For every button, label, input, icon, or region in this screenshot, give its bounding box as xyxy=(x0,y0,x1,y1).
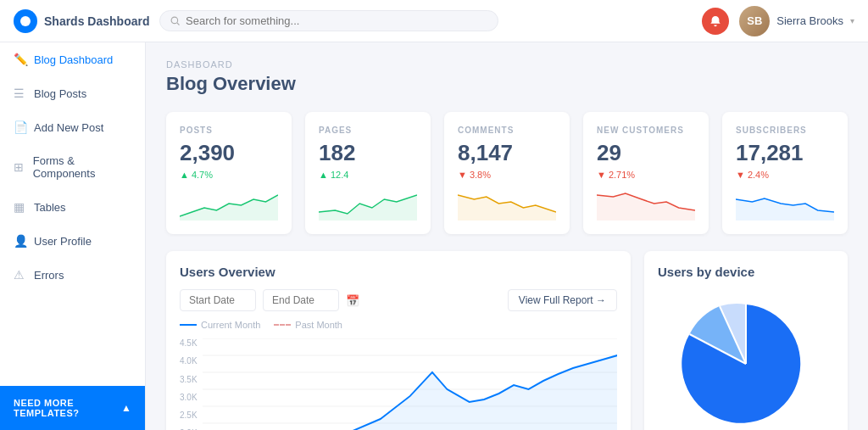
stat-card-subscribers: SUBSCRIBERS 17,281 ▼ 2.4% xyxy=(722,112,848,234)
svg-marker-4 xyxy=(319,195,417,221)
svg-marker-6 xyxy=(597,193,695,221)
stat-label-posts: POSTS xyxy=(180,126,278,135)
search-icon xyxy=(170,16,181,26)
sidebar-cta[interactable]: NEED MORE TEMPLATES? ▲ xyxy=(0,386,145,430)
chevron-down-icon: ▾ xyxy=(850,16,854,25)
chart-legend: Current Month Past Month xyxy=(180,320,617,330)
stat-change-subscribers: ▼ 2.4% xyxy=(736,170,834,180)
search-bar[interactable] xyxy=(159,10,498,31)
stat-value-comments: 8,147 xyxy=(458,140,556,166)
top-nav: Shards Dashboard SB Sierra Brooks ▾ xyxy=(0,0,868,42)
pie-chart-wrap xyxy=(658,296,834,430)
user-name: Sierra Brooks xyxy=(776,14,843,27)
brand-name: Shards Dashboard xyxy=(44,14,149,28)
stat-card-posts: POSTS 2,390 ▲ 4.7% xyxy=(166,112,292,234)
bell-icon xyxy=(709,15,721,27)
sidebar-item-blog-posts[interactable]: ☰ Blog Posts xyxy=(0,76,145,110)
page-header: DASHBOARD Blog Overview xyxy=(166,59,848,95)
stats-row: POSTS 2,390 ▲ 4.7% PAGES 182 ▲ 12.4 xyxy=(166,112,848,234)
users-overview-chart xyxy=(203,338,617,430)
stat-chart-new-customers xyxy=(597,187,695,221)
page-title: Blog Overview xyxy=(166,73,848,95)
end-date-input[interactable] xyxy=(263,289,339,311)
sidebar-item-errors[interactable]: ⚠ Errors xyxy=(0,258,145,292)
start-date-input[interactable] xyxy=(180,289,256,311)
file-icon: 📄 xyxy=(14,120,27,134)
brand[interactable]: Shards Dashboard xyxy=(14,9,159,33)
user-area[interactable]: SB Sierra Brooks ▾ xyxy=(739,6,854,36)
avatar: SB xyxy=(739,6,770,36)
brand-icon xyxy=(14,9,37,33)
table-icon: ▦ xyxy=(14,200,27,214)
svg-point-0 xyxy=(20,16,31,26)
stat-value-posts: 2,390 xyxy=(180,140,278,166)
svg-point-1 xyxy=(171,17,178,24)
svg-marker-16 xyxy=(203,355,617,430)
stat-label-subscribers: SUBSCRIBERS xyxy=(736,126,834,135)
charts-row: Users Overview 📅 View Full Report → Curr… xyxy=(166,251,848,430)
main-content: DASHBOARD Blog Overview POSTS 2,390 ▲ 4.… xyxy=(146,42,868,430)
stat-chart-comments xyxy=(458,187,556,221)
search-input[interactable] xyxy=(186,14,487,27)
pie-chart xyxy=(678,296,814,430)
stat-label-new-customers: NEW CUSTOMERS xyxy=(597,126,695,135)
sidebar-label-blog-posts: Blog Posts xyxy=(34,87,86,100)
sidebar-cta-text: NEED MORE TEMPLATES? xyxy=(14,398,121,418)
legend-current: Current Month xyxy=(180,320,260,330)
stat-change-posts: ▲ 4.7% xyxy=(180,170,278,180)
stat-change-pages: ▲ 12.4 xyxy=(319,170,417,180)
svg-marker-7 xyxy=(736,198,834,221)
legend-current-label: Current Month xyxy=(201,320,260,330)
legend-past-label: Past Month xyxy=(295,320,342,330)
sidebar-label-forms-components: Forms & Components xyxy=(33,154,131,180)
view-report-button[interactable]: View Full Report → xyxy=(508,289,617,311)
sidebar: ✏️ Blog Dashboard ☰ Blog Posts 📄 Add New… xyxy=(0,42,146,430)
stat-chart-subscribers xyxy=(736,187,834,221)
users-overview-title: Users Overview xyxy=(180,265,617,279)
sidebar-item-add-new-post[interactable]: 📄 Add New Post xyxy=(0,110,145,144)
sidebar-label-tables: Tables xyxy=(34,201,66,214)
svg-line-2 xyxy=(177,22,180,25)
stat-card-new-customers: NEW CUSTOMERS 29 ▼ 2.71% xyxy=(583,112,709,234)
users-by-device-card: Users by device xyxy=(644,251,848,430)
stat-label-pages: PAGES xyxy=(319,126,417,135)
current-month-line xyxy=(180,324,197,326)
sidebar-item-user-profile[interactable]: 👤 User Profile xyxy=(0,224,145,258)
sidebar-label-errors: Errors xyxy=(34,269,64,282)
stat-chart-pages xyxy=(319,187,417,221)
users-overview-card: Users Overview 📅 View Full Report → Curr… xyxy=(166,251,631,430)
stat-label-comments: COMMENTS xyxy=(458,126,556,135)
sidebar-item-blog-dashboard[interactable]: ✏️ Blog Dashboard xyxy=(0,42,145,76)
chart-wrap: 4.5K 4.0K 3.5K 3.0K 2.5K 2.0K 1.5K 1.0K xyxy=(180,338,617,430)
stat-card-pages: PAGES 182 ▲ 12.4 xyxy=(305,112,431,234)
sidebar-item-forms-components[interactable]: ⊞ Forms & Components xyxy=(0,144,145,190)
warning-icon: ⚠ xyxy=(14,268,27,282)
stat-value-subscribers: 17,281 xyxy=(736,140,834,166)
nav-right: SB Sierra Brooks ▾ xyxy=(702,6,854,36)
stat-change-comments: ▼ 3.8% xyxy=(458,170,556,180)
breadcrumb: DASHBOARD xyxy=(166,59,848,70)
sidebar-item-tables[interactable]: ▦ Tables xyxy=(0,190,145,224)
stat-value-new-customers: 29 xyxy=(597,140,695,166)
grid-icon: ⊞ xyxy=(14,160,26,174)
stat-chart-posts xyxy=(180,187,278,221)
sidebar-label-add-new-post: Add New Post xyxy=(34,121,103,134)
chevron-up-icon: ▲ xyxy=(121,402,131,414)
y-axis-labels: 4.5K 4.0K 3.5K 3.0K 2.5K 2.0K 1.5K 1.0K xyxy=(180,338,203,430)
stat-change-new-customers: ▼ 2.71% xyxy=(597,170,695,180)
stat-card-comments: COMMENTS 8,147 ▼ 3.8% xyxy=(444,112,570,234)
date-row: 📅 View Full Report → xyxy=(180,289,617,311)
legend-past: Past Month xyxy=(274,320,342,330)
notification-button[interactable] xyxy=(702,8,729,35)
users-by-device-title: Users by device xyxy=(658,265,834,279)
sidebar-label-blog-dashboard: Blog Dashboard xyxy=(34,53,113,66)
sidebar-label-user-profile: User Profile xyxy=(34,235,92,248)
calendar-icon[interactable]: 📅 xyxy=(346,294,359,307)
user-icon: 👤 xyxy=(14,234,27,248)
stat-value-pages: 182 xyxy=(319,140,417,166)
pencil-icon: ✏️ xyxy=(14,53,27,66)
svg-marker-3 xyxy=(180,195,278,221)
list-icon: ☰ xyxy=(14,87,27,100)
past-month-line xyxy=(274,324,291,326)
